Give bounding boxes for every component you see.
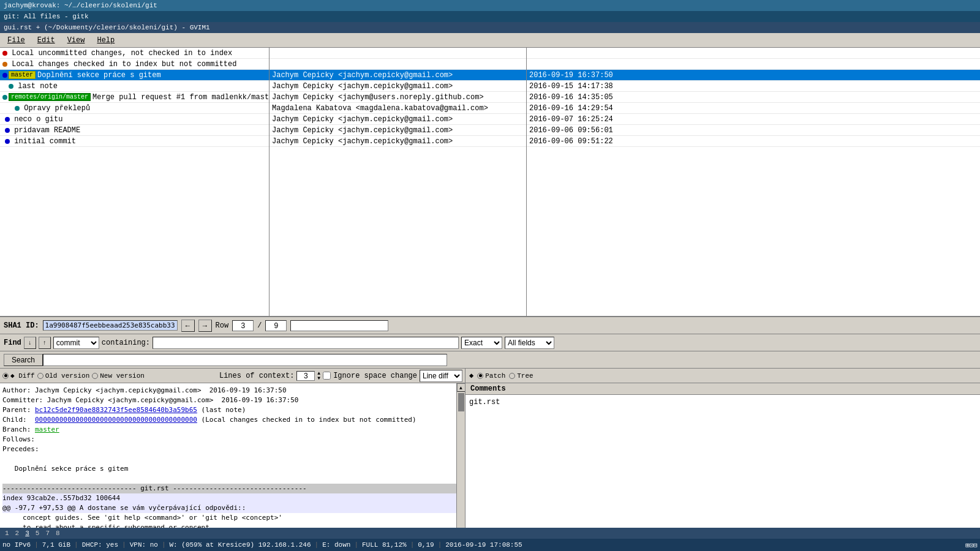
- diff-code-1: concept guides. See 'git help <command>'…: [2, 513, 462, 523]
- tab-5[interactable]: 5: [33, 530, 42, 537]
- parent-hash-link[interactable]: bc12c5de2f90ae8832743f5ee8584640b3a59b65: [35, 406, 197, 414]
- commit-row-7[interactable]: pridavam README: [0, 125, 269, 136]
- sha-back-button[interactable]: ←: [181, 320, 195, 332]
- lines-context-input[interactable]: [296, 371, 315, 381]
- find-containing-label: containing:: [102, 339, 150, 347]
- date-row-2: 2016-09-19 16:37:50: [527, 70, 980, 81]
- comments-label: Comments: [468, 383, 508, 394]
- line-diff-select[interactable]: Line diff Word diff Markup: [420, 370, 462, 382]
- commit-dot-6: [5, 117, 10, 122]
- commit-row-6[interactable]: neco o gitu: [0, 114, 269, 125]
- radio-old[interactable]: [37, 373, 43, 379]
- diff-file-header: --------------------------------- git.rs…: [2, 484, 462, 493]
- commit-msg-7: pridavam README: [14, 126, 80, 135]
- commit-dot-2: [2, 73, 7, 78]
- sha-forward-button[interactable]: →: [198, 320, 212, 332]
- find-up-button[interactable]: ↑: [39, 337, 51, 349]
- radio-new[interactable]: [92, 373, 98, 379]
- patch-diamond: ◆: [469, 371, 473, 380]
- date-text-3: 2016-09-15 14:17:38: [529, 82, 613, 91]
- status-wifi: W: (059% at Kresice9) 192.168.1.246: [170, 541, 311, 549]
- tab-7[interactable]: 7: [43, 530, 52, 537]
- commit-dot-5: [15, 106, 20, 111]
- find-input[interactable]: [153, 337, 459, 349]
- tree-label: Tree: [517, 372, 533, 380]
- commit-dot-1: [2, 62, 7, 67]
- status-icons: ⊞⊡⊟: [965, 541, 978, 549]
- author-text-8: Jachym Cepicky <jachym.cepicky@gmail.com…: [272, 137, 453, 146]
- date-row-3: 2016-09-15 14:17:38: [527, 81, 980, 92]
- child-hash-link[interactable]: 0000000000000000000000000000000000000000: [35, 416, 197, 424]
- author-row-3: Jachym Cepicky <jachym.cepicky@gmail.com…: [270, 81, 526, 92]
- diff-vscrollbar[interactable]: ▲ ▼: [456, 383, 465, 551]
- find-fields-select[interactable]: All fields Headline Comments Author Comm…: [505, 337, 554, 349]
- find-type-select[interactable]: commit author committer file: [53, 337, 99, 349]
- diff-tab-diff[interactable]: ◆ Diff: [2, 372, 35, 380]
- lines-spin[interactable]: ▲ ▼: [317, 371, 320, 381]
- author-row-8: Jachym Cepicky <jachym.cepicky@gmail.com…: [270, 136, 526, 147]
- diff-tab-old[interactable]: Old version: [37, 372, 90, 380]
- date-text-4: 2016-09-16 14:35:05: [529, 93, 613, 102]
- tab-2[interactable]: 2: [13, 530, 22, 537]
- commit-row-4[interactable]: remotes/origin/master Merge pull request…: [0, 92, 269, 103]
- commit-row-8[interactable]: initial commit: [0, 136, 269, 147]
- author-panel: Jachym Cepicky <jachym.cepicky@gmail.com…: [270, 48, 527, 316]
- title-second-text: git: All files - gitk: [4, 13, 89, 20]
- commit-row-5[interactable]: Opravy překlepů: [0, 103, 269, 114]
- diff-tab-old-label: Old version: [45, 372, 90, 380]
- sha-bar: SHA1 ID: ← → Row /: [0, 317, 980, 334]
- radio-diff[interactable]: [2, 373, 9, 379]
- diff-scroll-thumb[interactable]: [458, 393, 464, 411]
- diff-tab-diff-label: ◆ Diff: [10, 372, 35, 380]
- menu-edit[interactable]: Edit: [32, 35, 60, 46]
- menu-file[interactable]: File: [2, 35, 30, 46]
- date-text-5: 2016-09-16 14:29:54: [529, 104, 613, 113]
- menu-help[interactable]: Help: [92, 35, 119, 46]
- commit-graph-panel: Local uncommitted changes, not checked i…: [0, 48, 270, 316]
- author-row-0: [270, 48, 526, 59]
- search-button[interactable]: Search: [4, 354, 43, 366]
- menu-view[interactable]: View: [62, 35, 90, 46]
- commit-row-1[interactable]: Local changes checked in to index but no…: [0, 59, 269, 70]
- sha-label: SHA1 ID:: [4, 321, 39, 330]
- commit-dot-3: [9, 84, 13, 89]
- diff-scroll-up[interactable]: ▲: [457, 383, 466, 392]
- ignore-space-checkbox[interactable]: [323, 372, 331, 380]
- commit-row-0[interactable]: Local uncommitted changes, not checked i…: [0, 48, 269, 59]
- title-bar-third: gui.rst + (~/Dokumenty/cleerio/skoleni/g…: [0, 22, 980, 33]
- commit-row-3[interactable]: last note: [0, 81, 269, 92]
- radio-tree[interactable]: [509, 373, 515, 379]
- commit-row-2[interactable]: master Doplnění sekce práce s gitem: [0, 70, 269, 81]
- status-mem: 7,1 GiB: [42, 541, 70, 549]
- find-exact-select[interactable]: Exact IgnCase Regexp: [461, 337, 502, 349]
- radio-patch[interactable]: [477, 373, 483, 379]
- commit-dot-8: [5, 139, 10, 144]
- ignore-space-label: Ignore space change: [333, 372, 417, 380]
- find-down-button[interactable]: ↓: [24, 337, 36, 349]
- commit-dot-4: [2, 95, 7, 100]
- branch-label-origin: remotes/origin/master: [9, 93, 91, 101]
- diff-tabs-bar: ◆ Diff Old version New version Lines of …: [0, 369, 465, 383]
- status-dhcp: DHCP: yes: [82, 541, 118, 549]
- commit-list-area: Local uncommitted changes, not checked i…: [0, 48, 980, 317]
- file-item-0[interactable]: git.rst: [468, 397, 978, 407]
- diff-tab-new[interactable]: New version: [92, 372, 145, 380]
- tree-tab[interactable]: Tree: [509, 372, 533, 380]
- status-vpn: VPN: no: [130, 541, 158, 549]
- status-bar: no IPv6 | 7,1 GiB | DHCP: yes | VPN: no …: [0, 539, 980, 551]
- tab-8[interactable]: 8: [53, 530, 62, 537]
- diff-follows-line: Follows:: [2, 435, 462, 444]
- title-third-text: gui.rst + (~/Dokumenty/cleerio/skoleni/g…: [4, 24, 210, 31]
- row-total-input: [265, 320, 287, 331]
- branch-master-link[interactable]: master: [35, 425, 59, 433]
- search-result-input[interactable]: [43, 354, 447, 366]
- patch-tab[interactable]: Patch: [477, 372, 505, 380]
- date-row-7: 2016-09-06 09:56:01: [527, 125, 980, 136]
- sha-input[interactable]: [43, 320, 178, 331]
- tab-3[interactable]: 3: [23, 530, 32, 537]
- row-current-input[interactable]: [232, 320, 254, 331]
- diff-content-area: Author: Jachym Cepicky <jachym.cepicky@g…: [0, 383, 465, 551]
- lines-context-label: Lines of context:: [219, 372, 294, 380]
- author-text-3: Jachym Cepicky <jachym.cepicky@gmail.com…: [272, 82, 453, 91]
- tab-1[interactable]: 1: [2, 530, 12, 537]
